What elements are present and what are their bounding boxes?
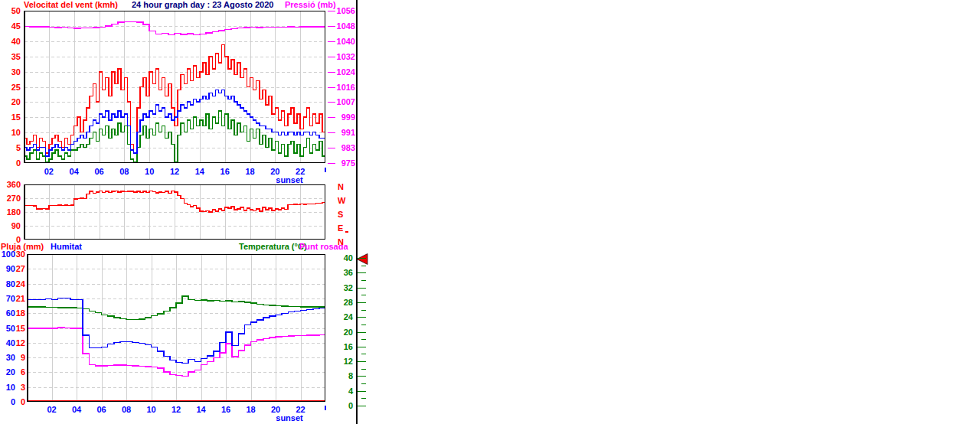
temperature-y-tick-label: 0 (327, 402, 353, 410)
x-tick-label: 16 (217, 168, 233, 176)
wind-y-tick-label: 0 (0, 159, 21, 168)
axis-tick (361, 383, 366, 384)
pressure-y-tick-label: 1040 (329, 38, 355, 46)
temperature-y-tick-label: 8 (327, 372, 353, 380)
rain-y-tick-label: 30 (10, 250, 25, 259)
rain-y-tick-label: 3 (10, 383, 25, 392)
x-tick-label: 20 (267, 168, 283, 176)
wind-y-tick-label: 5 (0, 144, 21, 152)
x-axis-end-tick (325, 406, 326, 410)
axis-tick (361, 266, 366, 266)
temperature-y-tick-label: 40 (327, 254, 353, 263)
rain-y-tick-label: 6 (10, 368, 25, 377)
wind-y-tick-label: 30 (0, 68, 21, 77)
x-tick-label: 12 (168, 406, 184, 414)
pressure-y-tick-label: 991 (329, 129, 355, 137)
pressure-y-tick-label: 1007 (329, 98, 355, 106)
rain-y-tick-label: 18 (10, 309, 25, 318)
temperature-axis-line (356, 0, 358, 424)
x-tick-label: 18 (243, 406, 259, 414)
temperature-y-tick-label: 24 (327, 313, 353, 321)
pressure-y-tick-label: 1048 (329, 22, 355, 31)
pressure-y-tick-label: 1016 (329, 83, 355, 92)
wind-y-tick-label: 10 (0, 129, 21, 137)
x-tick-label: 10 (144, 406, 159, 414)
x-tick-label: 18 (243, 168, 258, 176)
rain-y-tick-label: 27 (10, 265, 25, 273)
wind-y-tick-label: 35 (0, 53, 21, 61)
x-tick-label: 02 (41, 168, 57, 176)
page-title: 24 hour graph day : 23 Agosto 2020 (132, 1, 273, 9)
scale-arrow-marker (357, 253, 369, 266)
axis-tick (358, 258, 366, 259)
x-tick-label: 22 (292, 168, 308, 176)
axis-tick (358, 317, 366, 318)
x-tick-label: 16 (218, 406, 234, 414)
axis-tick (361, 398, 366, 399)
x-tick-label: 20 (268, 406, 283, 414)
temperature-axis-title: Temperatura (°C) (239, 243, 307, 251)
compass-label: E (338, 224, 347, 233)
compass-label: N (338, 238, 347, 246)
direction-y-tick-label: 270 (0, 194, 21, 203)
rain-humidity-temperature-dewpoint-plot (27, 254, 325, 402)
x-tick-label: 06 (92, 168, 107, 176)
axis-tick (358, 406, 366, 406)
wind-y-tick-label: 25 (0, 83, 21, 92)
compass-label: W (338, 197, 347, 205)
x-tick-label: 04 (69, 406, 84, 414)
compass-label: N (338, 183, 347, 191)
x-tick-label: 12 (167, 168, 182, 176)
temperature-y-tick-label: 12 (327, 357, 353, 366)
axis-tick (361, 339, 366, 340)
axis-tick (361, 354, 366, 354)
x-axis-end-tick (325, 168, 326, 172)
x-tick-label: 10 (142, 168, 157, 176)
x-tick-label: 02 (44, 406, 60, 414)
wind-y-tick-label: 15 (0, 113, 21, 122)
direction-y-tick-label: 360 (0, 181, 21, 189)
pressure-y-tick-label: 1056 (329, 7, 355, 15)
x-tick-label: 06 (94, 406, 109, 414)
axis-tick (361, 295, 366, 295)
weather-graphs-page: Velocitat del vent (kmh) 24 hour graph d… (0, 0, 980, 424)
rain-y-tick-label: 12 (10, 339, 25, 347)
temperature-y-tick-label: 28 (327, 298, 353, 307)
sunset-label-top: sunset (274, 176, 305, 184)
axis-tick (358, 391, 366, 392)
direction-y-tick-label: 0 (0, 236, 21, 244)
wind-y-tick-label: 45 (0, 22, 21, 31)
x-tick-label: 14 (194, 406, 209, 414)
pressure-axis-title: Pressió (mb) (285, 1, 336, 9)
x-tick-label: 08 (119, 406, 134, 414)
axis-tick (358, 332, 366, 333)
temperature-y-tick-label: 32 (327, 284, 353, 292)
temperature-y-tick-label: 20 (327, 328, 353, 337)
axis-tick (361, 369, 366, 370)
wind-y-tick-label: 20 (0, 98, 21, 106)
rain-y-tick-label: 24 (10, 280, 25, 289)
pressure-y-tick-label: 975 (329, 159, 355, 168)
x-tick-label: 04 (67, 168, 82, 176)
axis-tick (361, 325, 366, 325)
pressure-y-tick-label: 983 (329, 144, 355, 152)
rain-y-tick-label: 0 (10, 398, 25, 406)
rain-y-tick-label: 15 (10, 325, 25, 333)
direction-y-tick-label: 90 (0, 222, 21, 230)
pressure-y-tick-label: 1032 (329, 53, 355, 61)
wind-chart-title: Velocitat del vent (kmh) (24, 1, 118, 9)
wind-speed-and-pressure-plot (24, 11, 325, 163)
rain-y-tick-label: 21 (10, 295, 25, 303)
temperature-y-tick-label: 36 (327, 269, 353, 277)
axis-tick (358, 361, 366, 362)
axis-tick (358, 376, 366, 377)
wind-direction-plot (24, 184, 325, 240)
rain-y-tick-label: 9 (10, 354, 25, 362)
axis-tick (361, 310, 366, 311)
sunset-label-bottom: sunset (274, 414, 305, 422)
compass-label: S (338, 210, 347, 219)
temperature-y-tick-label: 4 (327, 387, 353, 396)
humidity-axis-title: Humitat (51, 243, 82, 251)
pressure-y-tick-label: 1024 (329, 68, 355, 77)
direction-y-tick-label: 180 (0, 208, 21, 217)
